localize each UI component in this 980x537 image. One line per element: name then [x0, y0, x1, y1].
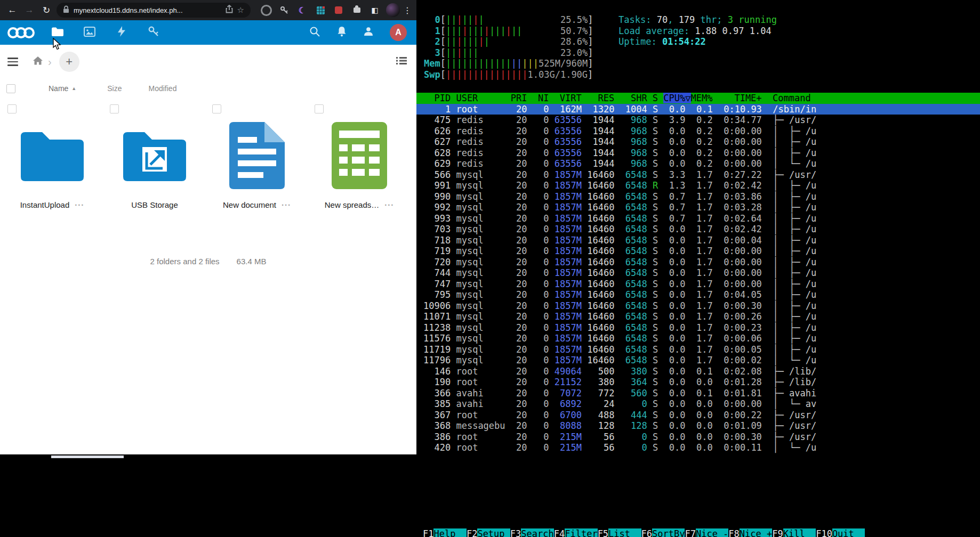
- photos-app-button[interactable]: [83, 26, 97, 39]
- process-row[interactable]: 420 root 20 0 215M 56 0 S 0.0 0.0 0:00.1…: [416, 442, 980, 453]
- contacts-button[interactable]: [363, 26, 374, 39]
- file-tile-document[interactable]: New document ···: [206, 119, 308, 209]
- process-row[interactable]: 993 mysql 20 0 1857M 16460 6548 S 0.7 1.…: [416, 213, 980, 224]
- process-row[interactable]: 190 root 20 0 21152 380 364 S 0.0 0.0 0:…: [416, 377, 980, 388]
- process-row[interactable]: 368 messagebu 20 0 8088 128 128 S 0.0 0.…: [416, 420, 980, 432]
- file-tile-spreadsheet[interactable]: New spreads… ···: [308, 119, 411, 209]
- extension-grid-icon[interactable]: [312, 2, 328, 18]
- forward-button[interactable]: →: [22, 3, 36, 17]
- process-row[interactable]: 720 mysql 20 0 1857M 16460 6548 S 0.0 1.…: [416, 257, 980, 268]
- file-checkbox[interactable]: [7, 104, 17, 113]
- breadcrumb-home-button[interactable]: [33, 56, 43, 67]
- process-row[interactable]: 11238 mysql 20 0 1857M 16460 6548 S 0.0 …: [416, 322, 980, 333]
- process-row[interactable]: 747 mysql 20 0 1857M 16460 6548 S 0.0 1.…: [416, 279, 980, 290]
- select-all-checkbox[interactable]: [6, 84, 15, 93]
- process-row[interactable]: 703 mysql 20 0 1857M 16460 6548 S 0.0 1.…: [416, 224, 980, 235]
- extension-red-icon[interactable]: [331, 2, 347, 18]
- file-tile-folder[interactable]: InstantUpload ···: [1, 119, 103, 209]
- process-row[interactable]: 10906 mysql 20 0 1857M 16460 6548 S 0.0 …: [416, 300, 980, 312]
- split-view-icon[interactable]: ◧: [367, 2, 383, 18]
- process-row[interactable]: 628 redis 20 0 63556 1944 968 S 0.0 0.2 …: [416, 148, 980, 159]
- bookmark-star-icon[interactable]: ☆: [237, 5, 244, 15]
- process-row[interactable]: 744 mysql 20 0 1857M 16460 6548 S 0.0 1.…: [416, 267, 980, 279]
- nextcloud-header-actions: A: [309, 24, 407, 41]
- more-actions-button[interactable]: ···: [282, 200, 291, 209]
- process-row[interactable]: 629 redis 20 0 63556 1944 968 S 0.0 0.2 …: [416, 158, 980, 169]
- fkey-label[interactable]: Help: [433, 528, 466, 537]
- extension-key-icon[interactable]: [276, 2, 292, 18]
- process-row[interactable]: 566 mysql 20 0 1857M 16460 6548 S 3.3 1.…: [416, 169, 980, 181]
- htop-process-table[interactable]: PID USER PRI NI VIRT RES SHR S CPU%▽MEM%…: [416, 93, 980, 453]
- process-row[interactable]: 1 root 20 0 162M 1320 1004 S 0.0 0.1 0:1…: [416, 104, 980, 115]
- process-row[interactable]: 991 mysql 20 0 1857M 16460 6548 R 1.3 1.…: [416, 180, 980, 191]
- process-row[interactable]: 386 root 20 0 215M 56 0 S 0.0 0.0 0:00.3…: [416, 432, 980, 443]
- user-avatar[interactable]: A: [390, 24, 407, 41]
- process-row[interactable]: 990 mysql 20 0 1857M 16460 6548 S 0.7 1.…: [416, 191, 980, 202]
- process-row[interactable]: 366 avahi 20 0 7072 772 560 S 0.0 0.1 0:…: [416, 388, 980, 399]
- search-button[interactable]: [309, 26, 320, 39]
- fkey-f6[interactable]: F6: [641, 528, 652, 537]
- fkey-f1[interactable]: F1: [423, 528, 433, 537]
- back-button[interactable]: ←: [5, 3, 19, 17]
- fkey-f10[interactable]: F10: [816, 528, 832, 537]
- file-checkbox[interactable]: [315, 104, 324, 113]
- process-row[interactable]: 626 redis 20 0 63556 1944 968 S 0.0 0.2 …: [416, 126, 980, 137]
- fkey-f7[interactable]: F7: [685, 528, 695, 537]
- fkey-f9[interactable]: F9: [772, 528, 783, 537]
- notifications-bell-button[interactable]: [336, 26, 347, 39]
- key-icon: [148, 26, 159, 39]
- folder-icon: [19, 119, 86, 192]
- process-row[interactable]: 992 mysql 20 0 1857M 16460 6548 S 0.7 1.…: [416, 202, 980, 213]
- process-row[interactable]: 146 root 20 0 49064 500 380 S 0.0 0.1 0:…: [416, 366, 980, 377]
- navigation-toggle-button[interactable]: [7, 58, 18, 66]
- fkey-f2[interactable]: F2: [467, 528, 477, 537]
- process-row[interactable]: 11071 mysql 20 0 1857M 16460 6548 S 0.0 …: [416, 311, 980, 322]
- fkey-f5[interactable]: F5: [598, 528, 608, 537]
- fkey-f4[interactable]: F4: [554, 528, 565, 537]
- fkey-label[interactable]: Setup: [477, 528, 510, 537]
- activity-app-button[interactable]: [115, 26, 128, 39]
- file-checkbox[interactable]: [212, 104, 221, 113]
- fkey-label[interactable]: Nice -: [696, 528, 728, 537]
- process-row[interactable]: 11796 mysql 20 0 1857M 16460 6548 S 0.0 …: [416, 355, 980, 366]
- column-header-size[interactable]: Size: [107, 84, 122, 93]
- fkey-label[interactable]: Nice +: [740, 528, 772, 537]
- fkey-label[interactable]: Quit: [832, 528, 865, 537]
- view-toggle-button[interactable]: [396, 56, 407, 67]
- new-file-button[interactable]: +: [59, 52, 79, 72]
- fkey-label[interactable]: SortBy: [652, 528, 685, 537]
- fkey-label[interactable]: Filter: [565, 528, 597, 537]
- htop-function-bar[interactable]: F1Help F2Setup F3SearchF4FilterF5List F6…: [416, 528, 865, 537]
- more-actions-button[interactable]: ···: [384, 200, 394, 209]
- process-row[interactable]: 627 redis 20 0 63556 1944 968 S 0.0 0.2 …: [416, 136, 980, 148]
- column-header-name[interactable]: Name ▲: [49, 84, 76, 93]
- fkey-label[interactable]: Kill: [783, 528, 816, 537]
- file-checkbox[interactable]: [110, 104, 119, 113]
- reload-button[interactable]: ↻: [39, 3, 53, 17]
- column-header-modified[interactable]: Modified: [149, 84, 177, 93]
- process-row[interactable]: 718 mysql 20 0 1857M 16460 6548 S 0.0 1.…: [416, 235, 980, 246]
- process-row[interactable]: 795 mysql 20 0 1857M 16460 6548 S 0.0 1.…: [416, 289, 980, 300]
- home-icon: [33, 56, 43, 67]
- process-row[interactable]: 367 root 20 0 6700 488 444 S 0.0 0.0 0:0…: [416, 410, 980, 421]
- process-row[interactable]: 475 redis 20 0 63556 1944 968 S 3.9 0.2 …: [416, 115, 980, 126]
- fkey-f3[interactable]: F3: [510, 528, 521, 537]
- address-bar[interactable]: mynextcloud15.ddns.net/index.ph... ☆: [57, 3, 251, 18]
- process-row[interactable]: 385 avahi 20 0 6892 24 0 S 0.0 0.0 0:00.…: [416, 398, 980, 410]
- fkey-label[interactable]: Search: [521, 528, 553, 537]
- fkey-label[interactable]: List: [608, 528, 641, 537]
- process-row[interactable]: 11719 mysql 20 0 1857M 16460 6548 S 0.0 …: [416, 344, 980, 355]
- more-actions-button[interactable]: ···: [75, 200, 84, 209]
- browser-profile-avatar[interactable]: [386, 3, 400, 17]
- nextcloud-logo[interactable]: [7, 27, 35, 38]
- process-row[interactable]: 719 mysql 20 0 1857M 16460 6548 S 0.0 1.…: [416, 246, 980, 257]
- extension-badge-icon[interactable]: [258, 2, 274, 18]
- file-tile-external-folder[interactable]: USB Storage: [103, 119, 206, 209]
- passwords-app-button[interactable]: [147, 26, 160, 39]
- extensions-puzzle-icon[interactable]: [349, 2, 365, 18]
- fkey-f8[interactable]: F8: [728, 528, 739, 537]
- browser-menu-button[interactable]: ⋮: [403, 5, 412, 15]
- dark-reader-moon-icon[interactable]: ☾: [294, 2, 310, 18]
- process-row[interactable]: 11576 mysql 20 0 1857M 16460 6548 S 0.0 …: [416, 333, 980, 344]
- share-icon[interactable]: [226, 5, 233, 15]
